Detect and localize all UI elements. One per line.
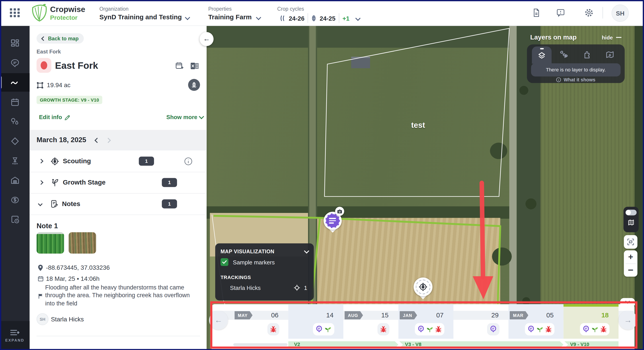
layers-tab-icon[interactable] — [537, 51, 546, 61]
note-photo-flood[interactable] — [69, 232, 96, 253]
previous-day-button[interactable] — [94, 138, 100, 143]
section-notes[interactable]: Notes 1 — [30, 193, 206, 215]
timeline-scroll-right-button[interactable]: → — [618, 311, 637, 329]
trackings-label: TRACKINGS — [220, 275, 251, 280]
timeline-columns: MAY 06 14 AUG 15 — [233, 304, 618, 339]
layers-hide-button[interactable]: hide — [602, 34, 613, 41]
properties-label: Properties — [208, 6, 232, 12]
note-pin-icon — [583, 325, 590, 333]
timeline-day-column[interactable]: 29 — [454, 304, 508, 339]
what-it-shows-link[interactable]: What it shows — [564, 77, 595, 82]
chevron-right-icon — [39, 159, 44, 163]
add-map-tab-icon[interactable] — [605, 50, 615, 60]
info-icon[interactable] — [184, 157, 192, 165]
sidebar-expand-button[interactable]: EXPAND — [0, 321, 30, 350]
zoom-controls: + − — [624, 250, 637, 277]
zoom-in-button[interactable]: + — [624, 250, 637, 263]
section-growth-stage[interactable]: Growth Stage 1 — [30, 172, 206, 194]
corn-icon — [192, 82, 197, 88]
note-photo-corn[interactable] — [36, 232, 64, 253]
chevron-down-icon[interactable] — [256, 15, 261, 20]
organization-select[interactable]: SynD Training and Testing — [100, 14, 182, 21]
section-count-badge: 1 — [162, 199, 177, 208]
export-excel-icon[interactable] — [190, 62, 199, 70]
day-events-chip[interactable] — [268, 323, 280, 335]
documents-icon[interactable] — [532, 8, 541, 17]
layers-panel-title: Layers on map — [530, 34, 577, 41]
edit-info-link[interactable]: Edit info — [39, 114, 71, 120]
chevron-down-icon[interactable] — [304, 248, 309, 254]
layer-toggle[interactable] — [626, 210, 637, 215]
timeline-day: 18 — [602, 312, 609, 319]
sidebar-item-financials[interactable] — [0, 190, 30, 210]
note-pin-icon — [490, 325, 497, 333]
field-area: 19.94 ac — [47, 81, 70, 89]
divider — [339, 13, 339, 23]
day-events-chip[interactable] — [487, 323, 500, 335]
crop-cycles-select[interactable]: 24-26 24-25 +1 — [280, 13, 360, 23]
day-events-chip[interactable] — [378, 323, 389, 335]
fit-bounds-button[interactable] — [624, 235, 637, 249]
field-boundary-test[interactable] — [324, 28, 509, 196]
settings-gear-icon[interactable] — [584, 8, 594, 18]
timeline-day-column[interactable]: MAR 05 — [508, 304, 563, 339]
note-title: Note 1 — [36, 222, 58, 230]
selected-date: March 18, 2025 — [36, 136, 86, 144]
minimize-icon[interactable] — [616, 37, 622, 38]
bug-icon — [546, 326, 552, 333]
satellite-map[interactable]: test — [206, 26, 644, 350]
day-events-chip[interactable] — [415, 323, 444, 335]
zoom-out-button[interactable]: − — [624, 263, 637, 277]
sample-markers-checkbox[interactable] — [220, 258, 228, 266]
properties-select[interactable]: Training Farm — [208, 14, 252, 21]
feedback-icon[interactable] — [556, 8, 565, 17]
scouting-icon — [50, 156, 60, 166]
day-events-chip[interactable] — [525, 323, 554, 335]
add-season-icon[interactable] — [175, 61, 184, 70]
timeline-scroll-left-button[interactable]: ← — [209, 311, 228, 329]
sidebar-item-sampling[interactable] — [0, 112, 30, 132]
brand-name: Cropwise — [50, 5, 85, 14]
sidebar-item-spray[interactable] — [0, 151, 30, 171]
sprout-icon — [426, 326, 434, 332]
sidebar-item-timeline[interactable] — [0, 73, 30, 92]
scouting-map-marker[interactable] — [414, 277, 432, 302]
back-to-map-button[interactable]: Back to map — [36, 33, 84, 44]
timeline-day-column[interactable]: JAN 07 — [398, 304, 454, 339]
chevron-down-icon[interactable] — [185, 15, 190, 20]
timeline-day-column-selected[interactable]: 18 — [564, 304, 618, 339]
tracking-user[interactable]: Starla Hicks — [230, 284, 260, 291]
timeline-day-column[interactable]: AUG 15 — [343, 304, 398, 339]
annotation-arrow-shaft — [482, 183, 483, 277]
timeline-collapse-tab[interactable] — [620, 298, 635, 305]
section-count-badge: 1 — [162, 178, 177, 187]
day-events-chip[interactable] — [313, 323, 334, 335]
sidebar-item-dashboard[interactable] — [0, 34, 30, 53]
note-text: Flooding after all the heavy thunderstor… — [45, 284, 199, 307]
app-grid-menu-icon[interactable] — [10, 7, 20, 18]
section-scouting[interactable]: Scouting 1 — [30, 150, 206, 172]
sample-markers-label: Sample markers — [233, 259, 275, 265]
field-color-chip — [36, 58, 52, 73]
timeline-day-column[interactable]: 14 — [288, 304, 343, 339]
collapse-panel-button[interactable]: ← — [200, 32, 214, 46]
user-avatar[interactable]: SH — [612, 5, 629, 22]
satellite-tab-icon[interactable] — [560, 50, 569, 60]
divider — [308, 13, 308, 23]
section-label: Scouting — [63, 157, 91, 165]
sidebar-item-scouting[interactable] — [0, 54, 30, 73]
layers-empty-message: There is no layer to display. — [546, 67, 606, 73]
sidebar-item-fields[interactable] — [0, 132, 30, 151]
chevron-down-icon — [355, 16, 360, 21]
show-more-link[interactable]: Show more — [166, 114, 204, 120]
note-map-marker[interactable] — [324, 212, 343, 236]
plugins-tab-icon[interactable] — [582, 50, 592, 60]
basemap-icon[interactable] — [627, 219, 635, 226]
sidebar-item-calendar[interactable] — [0, 93, 30, 112]
timeline-day-column[interactable]: MAY 06 — [233, 304, 288, 339]
day-events-chip[interactable] — [580, 323, 610, 335]
sidebar-item-reports[interactable] — [0, 210, 30, 229]
next-day-button[interactable] — [106, 138, 111, 143]
sidebar-item-warehouse[interactable] — [0, 171, 30, 190]
section-label: Growth Stage — [63, 179, 106, 186]
